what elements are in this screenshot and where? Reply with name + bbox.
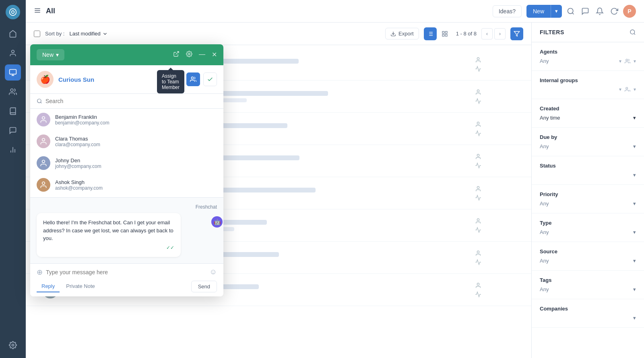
list-view-button[interactable] xyxy=(424,27,437,40)
svg-point-28 xyxy=(477,58,479,60)
filter-status[interactable]: Status ▾ xyxy=(532,156,644,185)
filter-priority-label: Priority xyxy=(540,191,636,197)
chat-tick: ✓✓ xyxy=(43,244,174,251)
user-avatar[interactable]: P xyxy=(623,5,636,18)
refresh-icon[interactable] xyxy=(610,7,618,15)
activity-icon xyxy=(475,227,481,233)
filter-created-label: Created xyxy=(540,106,636,112)
chat-source-label: Freshchat xyxy=(196,204,217,210)
app-logo[interactable] xyxy=(6,5,20,19)
chat-icon[interactable] xyxy=(581,7,589,15)
filter-priority[interactable]: Priority Any ▾ xyxy=(532,185,644,213)
view-toggle xyxy=(424,27,451,40)
sidebar-item-tickets[interactable] xyxy=(5,64,21,81)
svg-point-34 xyxy=(477,251,479,253)
new-dropdown-button[interactable]: ▾ xyxy=(551,5,562,18)
agent-search-input[interactable] xyxy=(45,98,217,104)
filter-tags[interactable]: Tags Any ▾ xyxy=(532,271,644,299)
bot-icon: 🤖 xyxy=(211,216,223,228)
modal-header: New ▾ — ✕ xyxy=(30,44,223,65)
filter-created[interactable]: Created Any time ▾ xyxy=(532,99,644,128)
filter-companies[interactable]: Companies ▾ xyxy=(532,299,644,328)
page-title: All xyxy=(46,7,488,15)
menu-icon[interactable] xyxy=(34,7,41,16)
filter-companies-label: Companies xyxy=(540,306,636,312)
reply-tabs: Reply Private Note Send xyxy=(37,281,217,292)
reply-tab[interactable]: Reply xyxy=(37,281,60,292)
filter-internal-groups[interactable]: Internal groups ▾ ▾ xyxy=(532,71,644,99)
grid-view-button[interactable] xyxy=(438,27,451,40)
reply-input[interactable] xyxy=(46,269,206,275)
svg-rect-3 xyxy=(10,70,17,74)
export-button[interactable]: Export xyxy=(385,28,419,39)
agent-avatar xyxy=(37,178,50,192)
page-navigation: ‹ › xyxy=(481,28,506,39)
bell-icon[interactable] xyxy=(596,7,604,15)
groups-filter-icon xyxy=(625,87,630,92)
sidebar xyxy=(0,0,26,358)
attach-icon[interactable]: ⊕ xyxy=(37,268,43,277)
filter-status-value: ▾ xyxy=(540,172,636,178)
assign-agent-button[interactable] xyxy=(169,72,183,86)
agent-avatar xyxy=(37,156,50,170)
svg-point-45 xyxy=(191,77,193,79)
svg-rect-25 xyxy=(442,34,444,36)
svg-point-6 xyxy=(10,89,13,92)
send-button[interactable]: Send xyxy=(191,281,217,292)
sidebar-item-home[interactable] xyxy=(5,26,21,42)
ideas-button[interactable]: Ideas? xyxy=(493,5,522,17)
page-info: 1 - 8 of 8 xyxy=(456,31,477,37)
list-item[interactable]: Clara Thomas clara@company.com xyxy=(30,130,223,152)
agents-filter-icon xyxy=(625,58,630,64)
filter-due-by[interactable]: Due by Any ▾ xyxy=(532,128,644,156)
svg-point-29 xyxy=(477,90,479,92)
select-all-checkbox[interactable] xyxy=(34,31,40,37)
minimize-icon[interactable]: — xyxy=(199,51,205,59)
list-item[interactable]: Ashok Singh ashok@company.com xyxy=(30,174,223,196)
filters-search-icon[interactable] xyxy=(630,29,636,35)
sidebar-item-chat[interactable] xyxy=(5,122,21,139)
filter-companies-value: ▾ xyxy=(540,315,636,321)
close-icon[interactable]: ✕ xyxy=(212,51,217,59)
search-icon[interactable] xyxy=(567,7,575,15)
agent-avatar xyxy=(37,135,50,148)
filter-active-button[interactable] xyxy=(510,27,523,40)
prev-page-button[interactable]: ‹ xyxy=(481,28,493,39)
filter-groups-value: ▾ ▾ xyxy=(540,87,636,92)
svg-point-39 xyxy=(626,87,628,89)
assign-team-button[interactable] xyxy=(186,72,200,86)
filter-source-value: Any ▾ xyxy=(540,258,636,264)
contact-avatar: 🍎 xyxy=(37,71,54,88)
emoji-icon[interactable]: ☺ xyxy=(210,268,217,276)
modal-popup: New ▾ — ✕ xyxy=(30,44,223,296)
sort-label: Sort by : xyxy=(45,31,64,37)
filter-type[interactable]: Type Any ▾ xyxy=(532,213,644,242)
external-link-icon[interactable] xyxy=(173,51,180,59)
filter-source[interactable]: Source Any ▾ xyxy=(532,242,644,271)
activity-icon xyxy=(475,98,481,104)
sort-value[interactable]: Last modified xyxy=(69,31,107,37)
svg-point-1 xyxy=(12,11,14,14)
private-note-tab[interactable]: Private Note xyxy=(61,281,100,292)
sidebar-item-people[interactable] xyxy=(5,84,21,100)
agent-list: Benjamin Franklin benjamin@company.com C… xyxy=(30,109,223,197)
gear-icon[interactable] xyxy=(186,51,192,59)
resolve-button[interactable] xyxy=(203,72,217,86)
reply-input-row: ⊕ ☺ xyxy=(37,268,217,277)
list-item[interactable]: Johny Den johny@company.com xyxy=(30,152,223,174)
activity-icon xyxy=(475,130,481,137)
sidebar-item-analytics[interactable] xyxy=(5,142,21,158)
next-page-button[interactable]: › xyxy=(494,28,506,39)
filter-tags-label: Tags xyxy=(540,277,636,283)
filter-agents[interactable]: Agents Any ▾ ▾ xyxy=(532,42,644,71)
sidebar-item-settings[interactable] xyxy=(5,337,21,353)
activity-icon xyxy=(475,66,481,72)
svg-point-49 xyxy=(42,139,45,141)
new-button[interactable]: New xyxy=(526,5,551,18)
sidebar-item-contacts[interactable] xyxy=(5,45,21,61)
list-item[interactable]: Benjamin Franklin benjamin@company.com xyxy=(30,109,223,130)
status-button[interactable]: New ▾ xyxy=(37,49,64,60)
svg-line-15 xyxy=(572,12,574,14)
sidebar-item-books[interactable] xyxy=(5,103,21,119)
chat-bubble: Hello there! I'm the Freshchat bot. Can … xyxy=(37,213,181,257)
